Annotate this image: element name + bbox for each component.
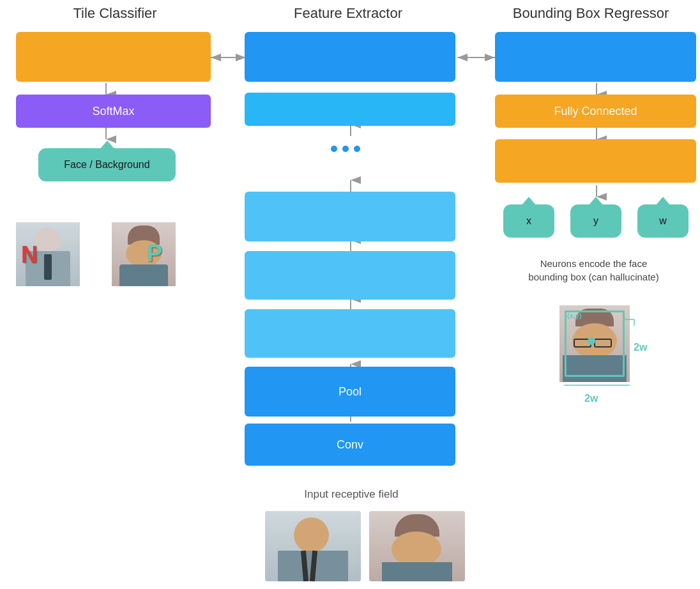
title-tile-classifier: Tile Classifier xyxy=(19,5,211,22)
dot-3 xyxy=(354,146,360,152)
fe-mid2-block xyxy=(245,251,455,300)
dots-indicator xyxy=(331,146,360,152)
letter-n: N xyxy=(21,241,38,268)
pool-label: Pool xyxy=(339,385,361,399)
fe-second-block xyxy=(245,93,455,126)
pool-block: Pool xyxy=(245,367,455,417)
conv-label: Conv xyxy=(337,438,363,452)
bounding-box-overlay xyxy=(565,310,625,377)
dot-1 xyxy=(331,146,337,152)
negative-sample-image: N xyxy=(16,222,80,286)
softmax-label: SoftMax xyxy=(92,105,134,118)
face-background-label: Face / Background xyxy=(64,159,149,171)
bottom-person1-image xyxy=(265,511,361,581)
y-label: y xyxy=(593,215,598,227)
width-bracket-v xyxy=(561,382,637,401)
y-tooltip: y xyxy=(570,204,621,238)
width-right-label: 2w xyxy=(634,342,647,353)
x-tooltip: x xyxy=(503,204,554,238)
softmax-block: SoftMax xyxy=(16,95,211,128)
fully-connected-label: Fully Connected xyxy=(554,105,637,118)
bb-face-image: (x,y) xyxy=(559,305,630,382)
letter-p: P xyxy=(147,240,162,267)
fe-mid1-block xyxy=(245,192,455,241)
w-tooltip: w xyxy=(637,204,689,238)
positive-sample-image: P xyxy=(112,222,176,286)
x-label: x xyxy=(526,215,531,227)
diagram-container: Tile Classifier Feature Extractor Boundi… xyxy=(0,0,700,589)
neurons-text: Neurons encode the facebounding box (can… xyxy=(499,257,688,284)
bb-top-block xyxy=(495,32,696,82)
face-center-dot xyxy=(588,337,595,345)
bb-second-orange-block xyxy=(495,139,696,183)
width-bottom-label: 2w xyxy=(584,393,598,404)
title-feature-extractor: Feature Extractor xyxy=(243,5,453,22)
conv-block: Conv xyxy=(245,424,455,466)
tile-classifier-top-block xyxy=(16,32,211,82)
face-background-tooltip: Face / Background xyxy=(38,148,176,181)
dot-2 xyxy=(342,146,349,152)
w-label: w xyxy=(659,215,667,227)
bottom-person2-image xyxy=(369,511,465,581)
input-receptive-field-label: Input receptive field xyxy=(268,487,434,502)
xy-coord-label: (x,y) xyxy=(567,312,582,319)
title-bounding-box: Bounding Box Regressor xyxy=(485,5,696,22)
fully-connected-block: Fully Connected xyxy=(495,95,696,128)
fe-mid3-block xyxy=(245,309,455,358)
fe-top-block xyxy=(245,32,455,82)
